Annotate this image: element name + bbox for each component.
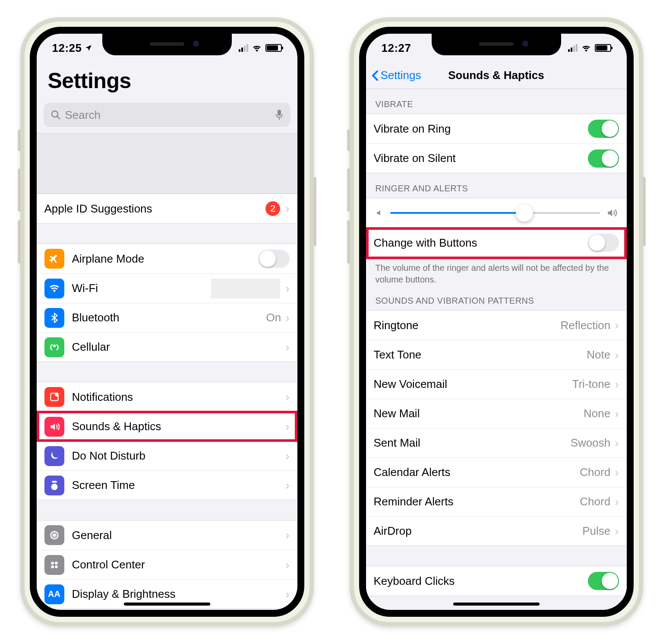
airplane-toggle[interactable] xyxy=(259,250,290,268)
row-vibrate-ring[interactable]: Vibrate on Ring xyxy=(366,114,627,143)
chevron-right-icon: › xyxy=(615,436,619,450)
navbar: Settings Sounds & Haptics xyxy=(366,62,627,89)
status-time: 12:27 xyxy=(382,41,411,55)
notifications-icon xyxy=(44,387,64,407)
chevron-right-icon: › xyxy=(615,348,619,362)
chevron-right-icon: › xyxy=(615,524,619,538)
row-sent-mail[interactable]: Sent Mail Swoosh › xyxy=(366,428,627,457)
row-screen-time[interactable]: Screen Time › xyxy=(37,470,297,500)
home-indicator[interactable] xyxy=(124,603,210,606)
section-ringer: RINGER AND ALERTS xyxy=(366,173,627,198)
screentime-icon xyxy=(44,476,64,495)
cell-signal-icon xyxy=(239,44,248,52)
row-general[interactable]: General › xyxy=(37,520,297,550)
display-icon: AA xyxy=(44,584,64,604)
chevron-right-icon: › xyxy=(285,449,289,463)
row-new-mail[interactable]: New Mail None › xyxy=(366,399,627,428)
svg-rect-8 xyxy=(55,562,57,565)
search-icon xyxy=(51,110,61,120)
search-placeholder: Search xyxy=(65,108,101,122)
speaker-low-icon xyxy=(376,209,384,217)
change-buttons-toggle[interactable] xyxy=(588,234,619,252)
cell-signal-icon xyxy=(568,44,578,52)
row-airplane-mode[interactable]: Airplane Mode xyxy=(37,244,297,273)
chevron-right-icon: › xyxy=(615,318,619,332)
chevron-right-icon: › xyxy=(615,495,619,509)
screen-settings-root: 12:25 Settings Search Apple ID Suggestio… xyxy=(30,27,304,617)
row-new-voicemail[interactable]: New Voicemail Tri-tone › xyxy=(366,369,627,399)
phone-right: 12:27 Settings Sounds & Haptics VIBRATE … xyxy=(350,17,643,626)
phone-left: 12:25 Settings Search Apple ID Suggestio… xyxy=(20,17,314,626)
row-text-tone[interactable]: Text Tone Note › xyxy=(366,340,627,369)
location-icon xyxy=(85,44,92,52)
section-patterns: SOUNDS AND VIBRATION PATTERNS xyxy=(366,286,627,310)
wifi-app-icon xyxy=(44,279,64,298)
row-vibrate-silent[interactable]: Vibrate on Silent xyxy=(366,143,627,173)
svg-line-1 xyxy=(57,116,60,119)
wifi-icon xyxy=(252,44,262,52)
keyboard-clicks-toggle[interactable] xyxy=(588,572,619,590)
bluetooth-icon xyxy=(44,308,64,328)
battery-icon xyxy=(265,44,282,52)
chevron-right-icon: › xyxy=(285,202,289,216)
chevron-right-icon: › xyxy=(285,479,289,492)
status-time: 12:25 xyxy=(52,41,82,55)
row-bluetooth[interactable]: Bluetooth On › xyxy=(37,303,297,332)
chevron-left-icon xyxy=(371,70,379,82)
speaker-high-icon xyxy=(606,207,617,219)
row-cellular[interactable]: Cellular › xyxy=(37,332,297,362)
dnd-icon xyxy=(44,446,64,466)
chevron-right-icon: › xyxy=(615,407,619,421)
wifi-value-redacted xyxy=(211,279,280,298)
home-indicator[interactable] xyxy=(453,603,540,606)
row-control-center[interactable]: Control Center › xyxy=(37,550,297,579)
sounds-icon xyxy=(44,417,64,437)
row-calendar-alerts[interactable]: Calendar Alerts Chord › xyxy=(366,457,627,487)
chevron-right-icon: › xyxy=(285,528,289,542)
svg-point-10 xyxy=(55,565,57,568)
row-do-not-disturb[interactable]: Do Not Disturb › xyxy=(37,441,297,470)
nav-title: Sounds & Haptics xyxy=(448,69,544,82)
vibrate-ring-toggle[interactable] xyxy=(588,120,619,138)
row-wifi[interactable]: Wi-Fi › xyxy=(37,273,297,303)
row-change-with-buttons[interactable]: Change with Buttons xyxy=(366,228,627,257)
battery-icon xyxy=(595,44,611,52)
page-title: Settings xyxy=(48,68,286,93)
mic-icon[interactable] xyxy=(275,109,284,121)
section-vibrate: VIBRATE xyxy=(366,89,627,114)
control-center-icon xyxy=(44,555,64,575)
row-apple-id-suggestions[interactable]: Apple ID Suggestions 2 › xyxy=(37,194,297,223)
chevron-right-icon: › xyxy=(285,311,289,325)
cellular-icon xyxy=(44,337,64,357)
back-button[interactable]: Settings xyxy=(371,69,421,82)
chevron-right-icon: › xyxy=(285,587,289,601)
row-airdrop[interactable]: AirDrop Pulse › xyxy=(366,516,627,546)
svg-point-4 xyxy=(55,393,59,397)
screen-sounds-haptics: 12:27 Settings Sounds & Haptics VIBRATE … xyxy=(359,27,634,617)
row-notifications[interactable]: Notifications › xyxy=(37,382,297,412)
svg-point-7 xyxy=(51,562,54,565)
vibrate-silent-toggle[interactable] xyxy=(588,149,619,168)
chevron-right-icon: › xyxy=(285,390,289,404)
row-ringtone[interactable]: Ringtone Reflection › xyxy=(366,311,627,340)
row-keyboard-clicks[interactable]: Keyboard Clicks xyxy=(366,566,627,596)
volume-slider[interactable] xyxy=(390,212,600,214)
gear-icon xyxy=(44,525,64,545)
badge-count: 2 xyxy=(265,201,280,216)
chevron-right-icon: › xyxy=(285,420,289,434)
apple-id-card-redacted xyxy=(37,133,297,194)
chevron-right-icon: › xyxy=(285,340,289,354)
chevron-right-icon: › xyxy=(285,558,289,572)
svg-rect-2 xyxy=(278,110,281,116)
wifi-icon xyxy=(581,44,591,52)
chevron-right-icon: › xyxy=(615,378,619,391)
chevron-right-icon: › xyxy=(285,282,289,295)
search-input[interactable]: Search xyxy=(44,103,290,127)
row-sounds-haptics[interactable]: Sounds & Haptics › xyxy=(37,412,297,441)
chevron-right-icon: › xyxy=(615,466,619,479)
airplane-icon xyxy=(44,249,64,269)
svg-rect-9 xyxy=(51,565,54,568)
change-buttons-footer: The volume of the ringer and alerts will… xyxy=(366,258,627,286)
row-reminder-alerts[interactable]: Reminder Alerts Chord › xyxy=(366,487,627,516)
row-volume-slider[interactable] xyxy=(366,198,627,228)
